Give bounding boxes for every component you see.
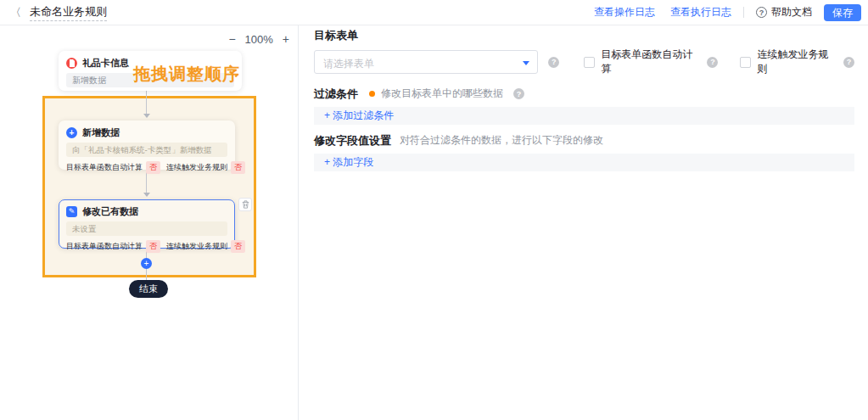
filter-bar: + 添加过滤条件	[314, 107, 854, 125]
help-doc-button[interactable]: ? 帮助文档	[756, 5, 812, 20]
node3-calc-label: 目标表单函数自动计算	[66, 241, 143, 252]
connector-arrow-icon	[143, 193, 150, 197]
node3-trigger-label: 连续触发业务规则	[166, 241, 227, 252]
checkbox-auto-calc[interactable]: 目标表单函数自动计算 ?	[584, 48, 718, 76]
filter-hint: 修改目标表单中的哪些数据	[381, 87, 503, 101]
node2-description: 向「礼品卡核销系统-卡类型」新增数据	[66, 143, 227, 157]
view-execution-log-link[interactable]: 查看执行日志	[670, 5, 731, 20]
modify-fields-bar: + 添加字段	[314, 154, 854, 171]
trigger-form-icon	[66, 58, 77, 69]
node-add-data[interactable]: + 新增数据 向「礼品卡核销系统-卡类型」新增数据 目标表单函数自动计算 否 连…	[59, 120, 235, 170]
add-node-button[interactable]: +	[141, 258, 152, 269]
config-panel: 目标表单 请选择表单 ? 目标表单函数自动计算 ? 连续触发业务规则 ? 过滤条…	[299, 25, 868, 420]
checkbox-chain-trigger[interactable]: 连续触发业务规则 ?	[740, 48, 854, 76]
target-form-select[interactable]: 请选择表单	[314, 50, 538, 74]
node3-title: 修改已有数据	[82, 205, 138, 218]
question-circle-icon: ?	[756, 7, 767, 18]
view-operation-log-link[interactable]: 查看操作日志	[594, 5, 655, 20]
zoom-controls: − 100% +	[228, 32, 289, 46]
chevron-down-icon	[523, 61, 529, 65]
node2-title: 新增数据	[82, 126, 120, 139]
modify-fields-hint: 对符合过滤条件的数据，进行以下字段的修改	[400, 133, 603, 148]
modify-fields-section-title: 修改字段值设置	[314, 134, 391, 147]
target-form-help-icon[interactable]: ?	[548, 57, 559, 68]
rule-title[interactable]: 未命名业务规则	[30, 4, 107, 21]
add-filter-condition-link[interactable]: + 添加过滤条件	[324, 109, 394, 123]
header-divider	[743, 7, 744, 18]
delete-node-button[interactable]	[238, 198, 252, 211]
node2-calc-badge: 否	[146, 161, 160, 174]
chain-trigger-help-icon[interactable]: ?	[843, 57, 854, 68]
chain-trigger-label: 连续触发业务规则	[757, 48, 837, 76]
auto-calc-label: 目标表单函数自动计算	[601, 48, 701, 76]
orange-dot-icon	[369, 91, 375, 97]
node3-trigger-badge: 否	[231, 240, 245, 253]
back-icon[interactable]: 〈	[10, 7, 21, 18]
target-form-placeholder: 请选择表单	[323, 57, 374, 71]
top-bar: 〈 未命名业务规则 查看操作日志 查看执行日志 ? 帮助文档 保存	[0, 0, 868, 25]
flow-canvas: − 100% + 礼品卡信息 新增数据 拖拽调整顺序 + 新增数据	[0, 25, 299, 420]
filter-help-icon[interactable]: ?	[513, 88, 524, 99]
target-form-section-title: 目标表单	[314, 29, 854, 42]
node-modify-data[interactable]: ✎ 修改已有数据 未设置 目标表单函数自动计算 否 连续触发业务规则 否	[59, 199, 235, 249]
connector-arrow-icon	[143, 114, 150, 118]
drag-reorder-hint: 拖拽调整顺序	[133, 63, 240, 86]
add-data-icon: +	[66, 127, 77, 138]
zoom-out-button[interactable]: −	[228, 32, 235, 46]
auto-calc-help-icon[interactable]: ?	[707, 57, 718, 68]
zoom-level: 100%	[245, 33, 273, 46]
zoom-in-button[interactable]: +	[283, 32, 289, 46]
end-node: 结束	[129, 280, 168, 298]
auto-calc-checkbox[interactable]	[584, 57, 595, 68]
save-button[interactable]: 保存	[824, 4, 861, 21]
add-field-link[interactable]: + 添加字段	[324, 155, 373, 170]
chain-trigger-checkbox[interactable]	[740, 57, 751, 68]
trash-icon	[242, 200, 249, 209]
node2-trigger-badge: 否	[231, 161, 245, 174]
node2-trigger-label: 连续触发业务规则	[166, 162, 227, 173]
node3-description: 未设置	[66, 221, 227, 236]
node1-title: 礼品卡信息	[82, 57, 129, 70]
node3-calc-badge: 否	[146, 240, 160, 253]
connector-line	[146, 91, 147, 114]
node2-calc-label: 目标表单函数自动计算	[66, 162, 143, 173]
edit-data-icon: ✎	[66, 206, 77, 217]
help-doc-label: 帮助文档	[771, 5, 812, 20]
filter-section-title: 过滤条件	[314, 87, 358, 100]
